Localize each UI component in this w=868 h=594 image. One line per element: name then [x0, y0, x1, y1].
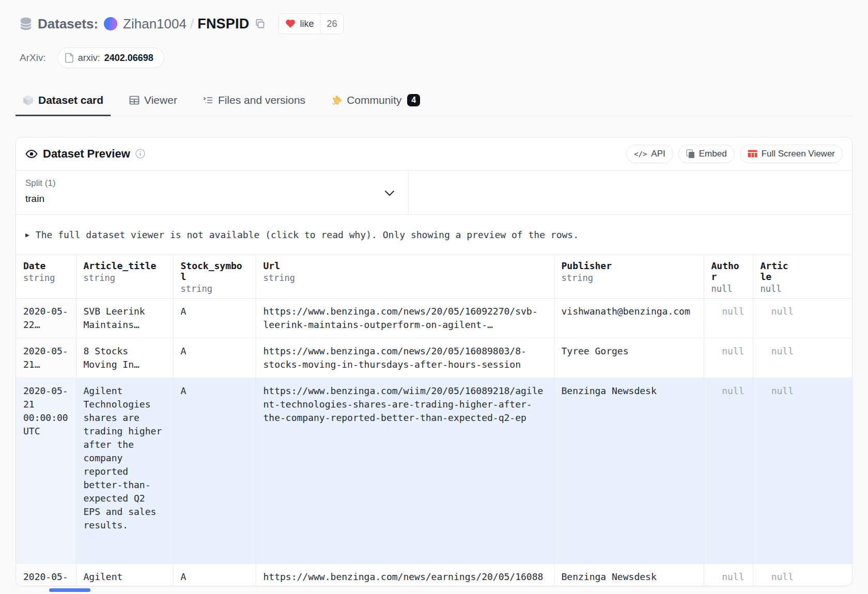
cell-author: null: [704, 378, 753, 564]
like-label: like: [300, 19, 314, 29]
table-row-highlighted[interactable]: 2020-05-21 00:00:00 UTC Agilent Technolo…: [16, 378, 853, 564]
cell-article-title: Agilent Technologies shares are trading …: [76, 378, 173, 564]
cell-publisher: Benzinga Newsdesk: [554, 378, 704, 564]
cell-author: null: [704, 299, 753, 338]
table-row[interactable]: 2020-05-21… Agilent Technologies… A http…: [16, 564, 853, 587]
fullscreen-viewer-button[interactable]: Full Screen Viewer: [740, 145, 843, 163]
tab-label: Viewer: [144, 94, 177, 106]
cell-date: 2020-05-21 00:00:00 UTC: [16, 378, 76, 564]
arxiv-tag[interactable]: arxiv:2402.06698: [57, 48, 164, 68]
table-row[interactable]: 2020-05-22… SVB Leerink Maintains… A htt…: [16, 299, 853, 338]
split-label: Split (1): [25, 178, 408, 189]
heart-icon: [285, 19, 296, 28]
api-button[interactable]: </> API: [626, 145, 673, 163]
preview-header: Dataset Preview </> API: [16, 137, 852, 170]
code-icon: </>: [634, 150, 647, 158]
dataset-name[interactable]: FNSPID: [197, 16, 249, 32]
cell-stock-symbol: A: [173, 564, 256, 587]
cell-stock-symbol: A: [173, 299, 256, 338]
cell-publisher: Benzinga Newsdesk: [554, 564, 704, 587]
datasets-label: Datasets:: [38, 16, 98, 32]
arxiv-row: ArXiv: arxiv:2402.06698: [20, 48, 853, 68]
path-separator: /: [190, 16, 194, 32]
cell-publisher: vishwanath@benzinga.com: [554, 299, 704, 338]
tab-label: Files and versions: [218, 94, 305, 106]
embed-button[interactable]: Embed: [678, 145, 735, 163]
fullscreen-button-label: Full Screen Viewer: [762, 149, 835, 159]
chevron-down-icon: [384, 190, 395, 196]
arxiv-prefix: arxiv:: [78, 53, 100, 64]
breadcrumb: Datasets: Zihan1004 / FNSPID like: [20, 0, 853, 34]
copy-icon: [255, 19, 266, 29]
tab-bar: Dataset card Viewer Files and versions: [16, 88, 853, 116]
eye-icon: [25, 149, 38, 159]
cell-article: null: [753, 338, 802, 378]
tab-dataset-card[interactable]: Dataset card: [16, 88, 111, 116]
cell-date: 2020-05-21…: [16, 564, 76, 587]
dataset-page: Datasets: Zihan1004 / FNSPID like: [0, 0, 868, 592]
column-header-article[interactable]: Article null: [753, 255, 802, 299]
column-header-article-title[interactable]: Article_title string: [76, 255, 173, 299]
community-badge: 4: [407, 94, 420, 106]
preview-table: Date string Article_title string Stock_s…: [16, 255, 853, 586]
cell-article-title: Agilent Technologies…: [76, 564, 173, 587]
preview-actions: </> API Embed: [626, 145, 843, 163]
document-icon: [65, 53, 74, 63]
viewer-notice[interactable]: ▶ The full dataset viewer is not availab…: [16, 215, 852, 255]
split-value: train: [25, 193, 408, 205]
tab-label: Dataset card: [38, 94, 103, 106]
table-row[interactable]: 2020-05-21… 8 Stocks Moving In… A https:…: [16, 338, 853, 378]
cell-url: https://www.benzinga.com/news/20/05/1609…: [256, 299, 554, 338]
like-widget: like 26: [278, 13, 344, 34]
tab-label: Community: [347, 94, 401, 106]
table-icon: [129, 95, 140, 105]
cell-url: https://www.benzinga.com/news/earnings/2…: [256, 564, 554, 587]
cell-author: null: [704, 564, 753, 587]
owner-link[interactable]: Zihan1004: [123, 16, 187, 32]
like-button[interactable]: like: [279, 14, 320, 34]
cell-article: null: [753, 378, 802, 564]
grid-icon: [748, 150, 757, 158]
owner-avatar[interactable]: [104, 17, 117, 30]
cell-date: 2020-05-21…: [16, 338, 76, 378]
column-header-author[interactable]: Author null: [704, 255, 753, 299]
arxiv-id: 2402.06698: [104, 53, 153, 64]
cell-url: https://www.benzinga.com/news/20/05/1608…: [256, 338, 554, 378]
horizontal-scrollbar-thumb[interactable]: [49, 588, 90, 592]
tab-viewer[interactable]: Viewer: [122, 88, 184, 116]
column-header-stock-symbol[interactable]: Stock_symbol string: [173, 255, 256, 299]
cell-article: null: [753, 564, 802, 587]
list-tree-icon: [203, 95, 213, 105]
preview-title: Dataset Preview: [43, 147, 130, 161]
notice-text: The full dataset viewer is not available…: [36, 229, 579, 240]
cell-url: https://www.benzinga.com/wiim/20/05/1608…: [256, 378, 554, 564]
cell-author: null: [704, 338, 753, 378]
embed-button-label: Embed: [699, 149, 727, 159]
hand-icon: [331, 95, 342, 106]
api-button-label: API: [651, 149, 665, 159]
cell-article: null: [753, 299, 802, 338]
dataset-preview-card: Dataset Preview </> API: [16, 137, 853, 586]
cell-article-title: 8 Stocks Moving In…: [76, 338, 173, 378]
cell-date: 2020-05-22…: [16, 299, 76, 338]
column-header-url[interactable]: Url string: [256, 255, 554, 299]
datasets-icon: [20, 17, 32, 30]
clipboard-icon: [686, 149, 695, 159]
like-count[interactable]: 26: [320, 14, 343, 34]
expand-triangle-icon: ▶: [25, 231, 29, 239]
info-icon[interactable]: [135, 149, 145, 159]
split-select[interactable]: Split (1) train: [16, 170, 409, 214]
cell-stock-symbol: A: [173, 378, 256, 564]
arxiv-label: ArXiv:: [20, 52, 46, 64]
tab-community[interactable]: Community 4: [324, 88, 427, 116]
copy-name-button[interactable]: [255, 19, 266, 29]
cube-icon: [23, 95, 34, 106]
split-row: Split (1) train: [16, 170, 852, 215]
cell-stock-symbol: A: [173, 338, 256, 378]
column-header-date[interactable]: Date string: [16, 255, 76, 299]
column-header-publisher[interactable]: Publisher string: [554, 255, 704, 299]
column-header-filler: [802, 255, 853, 299]
tab-files-and-versions[interactable]: Files and versions: [196, 88, 313, 116]
table-header-row: Date string Article_title string Stock_s…: [16, 255, 853, 299]
cell-article-title: SVB Leerink Maintains…: [76, 299, 173, 338]
